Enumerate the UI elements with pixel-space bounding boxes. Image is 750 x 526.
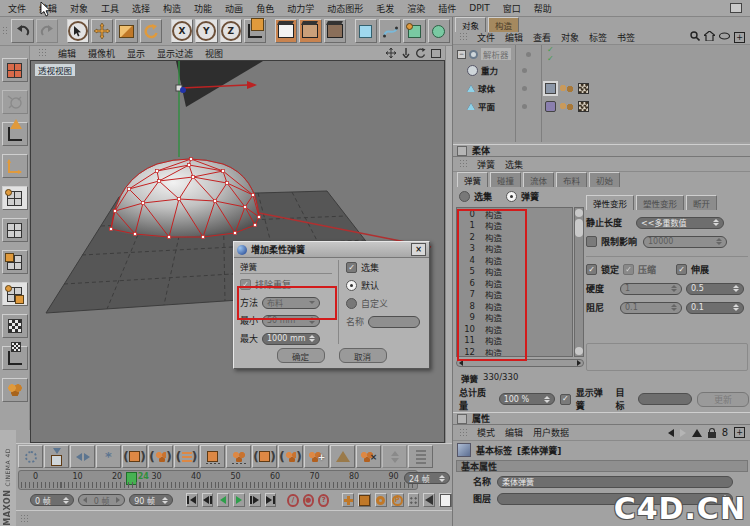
- status-grip[interactable]: [20, 514, 28, 524]
- selection-mode-radio[interactable]: [459, 191, 470, 202]
- selection-filter-button[interactable]: [2, 378, 28, 402]
- viewport-menu-filter[interactable]: 显示过滤: [157, 47, 193, 60]
- lock-icon[interactable]: [708, 432, 716, 438]
- tab-plastic[interactable]: 塑性变形: [636, 195, 684, 210]
- softbody-sphere[interactable]: [110, 158, 261, 239]
- default-radio[interactable]: [346, 280, 357, 291]
- tab-elastic[interactable]: 弹性变形: [586, 195, 634, 210]
- attr-grip[interactable]: [459, 428, 467, 438]
- scale-tool[interactable]: [115, 19, 137, 43]
- dialog-titlebar[interactable]: 增加柔性弹簧 ×: [234, 242, 429, 258]
- exclude-duplicates-checkbox[interactable]: [240, 279, 251, 290]
- toolbar-grip[interactable]: [2, 26, 9, 36]
- update-button[interactable]: 更新: [697, 392, 749, 407]
- render-settings-button[interactable]: [324, 19, 346, 43]
- spring-group-list[interactable]: 0构造1构造2构造3构造4构造5构造6构造7构造8构造9构造10构造11构造12…: [456, 207, 573, 357]
- autokey-button[interactable]: ●: [303, 494, 314, 507]
- preview-range-field[interactable]: 0 帧: [78, 494, 125, 506]
- tab-cloth[interactable]: 布料: [556, 172, 587, 187]
- texture-mode-button[interactable]: [2, 314, 28, 338]
- spring-list-item[interactable]: 7构造: [457, 289, 572, 301]
- search-icon[interactable]: [690, 31, 700, 43]
- coordinate-system-button[interactable]: [244, 19, 266, 43]
- selection-tags-icon[interactable]: [559, 84, 575, 93]
- add-nurbs-button[interactable]: [403, 19, 425, 43]
- om-grip[interactable]: [459, 32, 467, 42]
- bake-particles-button[interactable]: [226, 445, 251, 468]
- tab-collision[interactable]: 碰撞: [490, 172, 521, 187]
- spring-button[interactable]: (): [174, 445, 199, 468]
- menu-plugins[interactable]: 插件: [438, 2, 456, 15]
- keyframe-selection-button[interactable]: ?: [318, 494, 329, 507]
- polygons-mode-button[interactable]: [2, 250, 28, 274]
- undo-button[interactable]: [11, 19, 33, 43]
- total-mass-field[interactable]: 100 %: [499, 393, 555, 405]
- list-horizontal-scrollbar[interactable]: [456, 359, 584, 367]
- om-menu-view[interactable]: 查看: [533, 31, 551, 44]
- tree-row-plane[interactable]: 平面: [467, 99, 495, 113]
- stiffness-field-2[interactable]: 0.5: [686, 283, 744, 295]
- tab-springs[interactable]: 弹簧: [457, 172, 488, 187]
- enabled-check-icon[interactable]: ✓ ✓: [547, 45, 554, 63]
- render-view-button[interactable]: [275, 19, 297, 43]
- add-box-icon[interactable]: +: [734, 427, 745, 438]
- add-spline-button[interactable]: [379, 19, 401, 43]
- record-rotation-button[interactable]: [375, 493, 387, 507]
- ok-button[interactable]: 确定: [277, 348, 325, 363]
- end-frame-field[interactable]: 90 帧: [129, 494, 173, 506]
- x-axis-lock-button[interactable]: X: [171, 19, 193, 43]
- viewport-menu-display[interactable]: 显示: [127, 47, 145, 60]
- solver-settings-button[interactable]: [18, 445, 43, 468]
- record-parameter-button[interactable]: P: [391, 493, 404, 507]
- sound-button[interactable]: [423, 493, 435, 507]
- spring-list-item[interactable]: 3构造: [457, 243, 572, 255]
- menu-objects[interactable]: 对象: [70, 2, 88, 15]
- rest-length-dropdown[interactable]: <<多重数值: [636, 217, 724, 229]
- window-layout-icon[interactable]: [730, 3, 742, 13]
- selection-name-field[interactable]: [368, 316, 420, 328]
- object-axis-mode-button[interactable]: [2, 122, 28, 146]
- softbody-tag-icon[interactable]: [578, 101, 589, 112]
- basic-properties-header[interactable]: 基本属性: [456, 460, 748, 472]
- spring-list-item[interactable]: 8构造: [457, 300, 572, 312]
- rigid-body-2-button[interactable]: (): [252, 445, 277, 468]
- history-forward-icon[interactable]: [680, 429, 686, 437]
- live-selection-tool[interactable]: [67, 19, 89, 43]
- spring-list-item[interactable]: 11构造: [457, 335, 572, 347]
- add-modeling-button[interactable]: [428, 19, 450, 43]
- menu-tools[interactable]: 工具: [101, 2, 119, 15]
- menu-selection[interactable]: 选择: [132, 2, 150, 15]
- spring-mode-radio[interactable]: [506, 191, 517, 202]
- list-vertical-scrollbar[interactable]: [574, 207, 584, 357]
- z-axis-lock-button[interactable]: Z: [220, 19, 242, 43]
- spring-list-item[interactable]: 2构造: [457, 231, 572, 243]
- eye-icon[interactable]: [719, 32, 730, 42]
- lock-checkbox[interactable]: [586, 264, 597, 275]
- render-picture-viewer-button[interactable]: [299, 19, 321, 43]
- menu-structure[interactable]: 构造: [163, 2, 181, 15]
- viewport-menu-view[interactable]: 视图: [205, 47, 223, 60]
- om-menu-tags[interactable]: 标签: [589, 31, 607, 44]
- softbody-panel-header[interactable]: 柔体: [453, 144, 750, 157]
- record-pla-button[interactable]: [408, 493, 420, 507]
- tree-row-gravity[interactable]: 重力: [467, 63, 498, 77]
- spring-list-item[interactable]: 9构造: [457, 312, 572, 324]
- edges-mode-button[interactable]: [2, 218, 28, 242]
- point-selection-mode-button[interactable]: [2, 282, 28, 306]
- viewport-menu-edit[interactable]: 编辑: [58, 47, 76, 60]
- pan-view-icon[interactable]: [386, 48, 396, 58]
- limit-field[interactable]: 10000: [643, 236, 727, 248]
- method-dropdown[interactable]: 布料: [262, 297, 320, 309]
- viewport-menu-grip[interactable]: [38, 48, 46, 58]
- spring-list-item[interactable]: 0构造: [457, 208, 572, 220]
- custom-radio[interactable]: [346, 298, 357, 309]
- menu-window[interactable]: 窗口: [503, 2, 521, 15]
- tab-initial[interactable]: 初始: [589, 172, 620, 187]
- menu-mograph[interactable]: 动态图形: [327, 2, 363, 15]
- limit-checkbox[interactable]: [586, 236, 597, 247]
- home-icon[interactable]: [704, 31, 715, 43]
- expand-icon[interactable]: −: [457, 50, 466, 59]
- damping-field-1[interactable]: 0.1: [620, 302, 682, 314]
- timeline-ruler[interactable]: 0102030405060708090 24: [18, 470, 418, 490]
- sb-grip[interactable]: [459, 159, 467, 169]
